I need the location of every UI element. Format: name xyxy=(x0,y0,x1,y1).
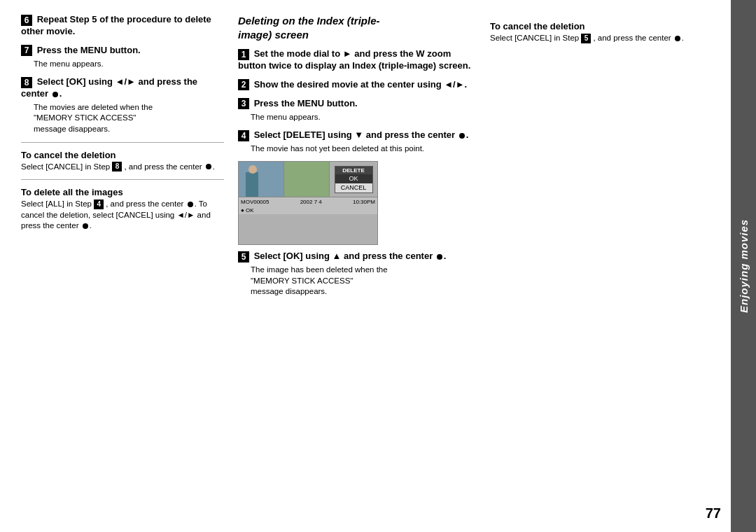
thumb1 xyxy=(239,162,284,197)
mid-step2-block: 2 Show the desired movie at the center u… xyxy=(238,79,476,91)
step7-header: 7 Press the MENU button. xyxy=(21,45,224,57)
step5-ref: 5 xyxy=(581,34,591,43)
cancel-block-left: To cancel the deletion Select [CANCEL] i… xyxy=(21,150,224,173)
screen-inner: DELETE OK CANCEL MOV00005 2002 7 4 10:30… xyxy=(239,162,377,244)
mid-step2-text: Show the desired movie at the center usi… xyxy=(254,79,468,90)
delete-all-block: To delete all the images Select [ALL] in… xyxy=(21,187,224,232)
sidebar-label: Enjoying movies xyxy=(738,219,750,313)
person-body xyxy=(246,172,258,197)
screen-hint: ● OK xyxy=(239,206,377,214)
mid-step1-num: 1 xyxy=(238,49,249,60)
page-container: 6 Repeat Step 5 of the procedure to dele… xyxy=(0,0,756,532)
col-left: 6 Repeat Step 5 of the procedure to dele… xyxy=(21,14,224,518)
menu-box: DELETE OK CANCEL xyxy=(335,166,373,193)
bullet-step5 xyxy=(437,254,442,260)
thumb2 xyxy=(284,162,330,197)
cancel-block-right: To cancel the deletion Select [CANCEL] i… xyxy=(490,21,710,44)
sidebar-tab: Enjoying movies xyxy=(731,0,756,532)
mid-step5-desc: The image has been deleted when the"MEMO… xyxy=(251,265,476,298)
mid-step4-header: 4 Select [DELETE] using ▼ and press the … xyxy=(238,130,476,141)
left-divider2 xyxy=(21,179,224,180)
cancel-title-left: To cancel the deletion xyxy=(21,150,224,160)
cancel-title-right: To cancel the deletion xyxy=(490,21,710,31)
cancel-desc-right: Select [CANCEL] in Step 5, and press the… xyxy=(490,33,710,44)
mid-step2-header: 2 Show the desired movie at the center u… xyxy=(238,79,476,91)
mid-step2-num: 2 xyxy=(238,79,249,90)
bullet-step8 xyxy=(52,92,58,97)
step8-desc: The movies are deleted when the"MEMORY S… xyxy=(34,102,224,135)
mid-step3-block: 3 Press the MENU button. The menu appear… xyxy=(238,98,476,122)
mid-step3-text: Press the MENU button. xyxy=(254,98,358,108)
col-right: To cancel the deletion Select [CANCEL] i… xyxy=(490,14,710,518)
step8-block: 8 Select [OK] using ◄/► and press the ce… xyxy=(21,76,224,134)
mid-step3-header: 3 Press the MENU button. xyxy=(238,98,476,110)
mid-step4-num: 4 xyxy=(238,130,249,141)
delete-all-title: To delete all the images xyxy=(21,187,224,197)
mid-step1-text: Set the mode dial to ► and press the W z… xyxy=(238,48,470,71)
step7-num: 7 xyxy=(21,45,32,56)
delete-all-desc: Select [ALL] in Step 4, and press the ce… xyxy=(21,199,224,232)
main-content: 6 Repeat Step 5 of the procedure to dele… xyxy=(0,0,731,532)
step7-desc: The menu appears. xyxy=(34,59,224,70)
mid-step3-num: 3 xyxy=(238,98,249,109)
cancel-desc-left: Select [CANCEL] in Step 8, and press the… xyxy=(21,162,224,173)
screen-top-row: DELETE OK CANCEL xyxy=(239,162,377,197)
step6-num: 6 xyxy=(21,15,32,26)
step8-num: 8 xyxy=(21,77,32,88)
screen-time: 10:30PM xyxy=(353,199,375,205)
screen-bottom: MOV00005 2002 7 4 10:30PM xyxy=(239,197,377,206)
mid-step3-desc: The menu appears. xyxy=(251,112,476,123)
bullet-cancel-left xyxy=(206,164,211,169)
step8-header: 8 Select [OK] using ◄/► and press the ce… xyxy=(21,76,224,100)
mid-step5-block: 5 Select [OK] using ▲ and press the cent… xyxy=(238,251,476,297)
screen-mockup: DELETE OK CANCEL MOV00005 2002 7 4 10:30… xyxy=(238,161,378,245)
left-divider1 xyxy=(21,142,224,143)
menu-item-ok: OK xyxy=(335,174,372,183)
mid-step4-desc: The movie has not yet been deleted at th… xyxy=(251,144,476,155)
step8-ref: 8 xyxy=(112,162,122,172)
menu-title: DELETE xyxy=(335,167,372,175)
middle-heading: Deleting on the Index (triple- image) sc… xyxy=(238,14,476,41)
bullet-all2 xyxy=(83,223,88,229)
step7-block: 7 Press the MENU button. The menu appear… xyxy=(21,45,224,69)
step4-ref-left: 4 xyxy=(94,200,104,209)
mid-step5-text: Select [OK] using ▲ and press the center… xyxy=(254,251,447,261)
col-middle: Deleting on the Index (triple- image) sc… xyxy=(238,14,476,518)
bullet-all1 xyxy=(188,202,193,207)
mid-step4-block: 4 Select [DELETE] using ▼ and press the … xyxy=(238,130,476,154)
menu-item-cancel: CANCEL xyxy=(335,183,372,192)
mid-step4-text: Select [DELETE] using ▼ and press the ce… xyxy=(254,130,469,140)
bullet-step4 xyxy=(459,133,465,139)
bullet-cancel-right xyxy=(675,36,680,41)
screen-date: 2002 7 4 xyxy=(300,199,322,205)
screen-filename: MOV00005 xyxy=(241,199,269,205)
mid-step5-header: 5 Select [OK] using ▲ and press the cent… xyxy=(238,251,476,262)
step6-header: 6 Repeat Step 5 of the procedure to dele… xyxy=(21,14,224,38)
step8-header-text: Select [OK] using ◄/► and press the cent… xyxy=(21,76,197,99)
mid-step5-num: 5 xyxy=(238,251,249,262)
mid-step1-header: 1 Set the mode dial to ► and press the W… xyxy=(238,48,476,72)
mid-step1-block: 1 Set the mode dial to ► and press the W… xyxy=(238,48,476,72)
step6-block: 6 Repeat Step 5 of the procedure to dele… xyxy=(21,14,224,38)
page-number: 77 xyxy=(706,505,721,522)
screen-menu-area: DELETE OK CANCEL xyxy=(330,162,377,197)
